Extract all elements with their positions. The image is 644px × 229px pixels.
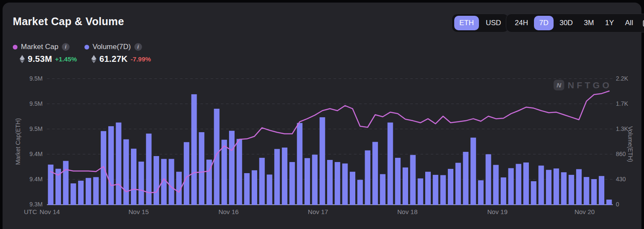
volume-bar[interactable] [297, 123, 302, 205]
volume-bar[interactable] [191, 94, 197, 205]
info-icon[interactable]: i [62, 43, 70, 51]
x-axis-tick: Nov 15 [128, 208, 149, 215]
right-axis-tick: 860 [616, 151, 626, 157]
right-axis-ticks: 2.2K1.7K1.3K8604300 [616, 0, 641, 229]
volume-bar[interactable] [591, 179, 597, 205]
volume-bar[interactable] [569, 175, 574, 205]
info-icon[interactable]: i [134, 43, 142, 51]
currency-option-usd[interactable]: USD [481, 16, 506, 30]
range-option-30d[interactable]: 30D [554, 16, 578, 30]
volume-bar[interactable] [221, 140, 227, 205]
volume-bar[interactable] [372, 142, 378, 205]
left-axis-title: Market Cap(ETH) [15, 118, 21, 165]
volume-bar[interactable] [146, 133, 151, 205]
volume-bar[interactable] [86, 178, 91, 205]
volume-bar[interactable] [274, 149, 280, 205]
volume-bar[interactable] [418, 178, 423, 205]
volume-bar[interactable] [538, 165, 544, 205]
volume-bar[interactable] [554, 168, 559, 205]
volume-bar[interactable] [93, 177, 99, 205]
left-axis-tick: 9.4M [29, 151, 43, 157]
currency-option-eth[interactable]: ETH [454, 16, 479, 30]
volume-bar[interactable] [546, 170, 551, 205]
right-axis-tick: 1.7K [616, 100, 628, 107]
volume-bar[interactable] [168, 159, 174, 205]
volume-bar[interactable] [282, 148, 287, 205]
volume-label: Volume(7D) [93, 43, 131, 51]
volume-bar[interactable] [425, 172, 431, 205]
volume-bar[interactable] [342, 163, 348, 205]
volume-bar[interactable] [357, 180, 363, 205]
eth-icon [91, 55, 96, 63]
volume-bar[interactable] [403, 168, 408, 205]
volume-bar[interactable] [327, 160, 333, 205]
volume-bar[interactable] [229, 131, 235, 205]
volume-bar[interactable] [259, 158, 265, 205]
volume-bar[interactable] [448, 169, 453, 205]
volume-value: 61.27K [99, 54, 128, 64]
volume-bar[interactable] [584, 177, 589, 205]
volume-bar[interactable] [576, 169, 582, 205]
volume-bar[interactable] [48, 165, 53, 205]
range-option-3m[interactable]: 3M [579, 16, 599, 30]
volume-bar[interactable] [486, 154, 491, 205]
volume-bar[interactable] [63, 161, 69, 205]
left-axis-tick: 9.3M [29, 201, 43, 208]
volume-bar[interactable] [395, 158, 400, 205]
volume-bar[interactable] [131, 149, 136, 205]
volume-bar[interactable] [365, 151, 370, 205]
volume-bar[interactable] [184, 142, 189, 205]
right-axis-tick: 2.2K [616, 75, 628, 82]
volume-bar[interactable] [599, 176, 604, 205]
volume-bar[interactable] [455, 163, 461, 205]
volume-bar[interactable] [199, 132, 204, 205]
volume-bar[interactable] [335, 162, 340, 205]
volume-bar[interactable] [501, 177, 506, 205]
volume-bar[interactable] [319, 117, 325, 205]
volume-bar[interactable] [290, 162, 295, 205]
volume-bar[interactable] [154, 156, 159, 205]
volume-bar[interactable] [606, 200, 612, 205]
legend-volume-value: 61.27K -7.99% [91, 54, 151, 64]
volume-bar[interactable] [116, 122, 122, 205]
volume-bar[interactable] [410, 155, 416, 205]
volume-bar[interactable] [463, 152, 468, 205]
left-axis-ticks: 9.5M9.5M9.5M9.4M9.4M9.3M [13, 0, 43, 229]
volume-bar[interactable] [312, 155, 318, 205]
volume-bar[interactable] [70, 183, 76, 205]
volume-bar[interactable] [440, 175, 446, 205]
x-axis-tick: Nov 18 [397, 208, 418, 215]
volume-bar[interactable] [123, 139, 129, 205]
volume-bar[interactable] [478, 180, 484, 205]
left-axis-tick: 9.4M [29, 176, 43, 183]
volume-bar[interactable] [493, 165, 499, 205]
left-axis-tick: 9.5M [29, 100, 43, 107]
volume-bar[interactable] [470, 138, 476, 205]
volume-bar[interactable] [433, 175, 438, 205]
volume-bar[interactable] [561, 172, 566, 205]
volume-bar[interactable] [214, 109, 220, 205]
currency-toggle: ETHUSD [452, 14, 509, 32]
volume-bar[interactable] [305, 158, 310, 205]
x-axis-labels: UTC Nov 14Nov 15Nov 16Nov 17Nov 18Nov 19… [0, 208, 644, 217]
volume-bar[interactable] [244, 173, 249, 205]
volume-bar[interactable] [350, 172, 355, 205]
volume-bar[interactable] [139, 162, 144, 205]
volume-bar[interactable] [516, 164, 521, 205]
chart-plot-area[interactable] [47, 78, 613, 206]
range-option-24h[interactable]: 24H [510, 16, 533, 30]
volume-bar[interactable] [508, 168, 514, 205]
volume-bar[interactable] [252, 170, 257, 205]
x-axis-tick: Nov 19 [487, 208, 508, 215]
volume-bar[interactable] [108, 126, 114, 205]
range-option-7d[interactable]: 7D [534, 16, 554, 30]
volume-bar[interactable] [380, 174, 386, 205]
left-axis-tick: 9.5M [29, 125, 43, 132]
volume-bar[interactable] [388, 122, 393, 205]
market-cap-volume-widget: Market Cap & Volume ETHUSD 24H7D30D3M1YA… [0, 0, 644, 229]
volume-bar[interactable] [531, 181, 537, 205]
volume-bar[interactable] [78, 181, 84, 205]
volume-bar[interactable] [237, 139, 242, 205]
volume-bar[interactable] [267, 174, 272, 205]
volume-bar[interactable] [523, 162, 529, 205]
